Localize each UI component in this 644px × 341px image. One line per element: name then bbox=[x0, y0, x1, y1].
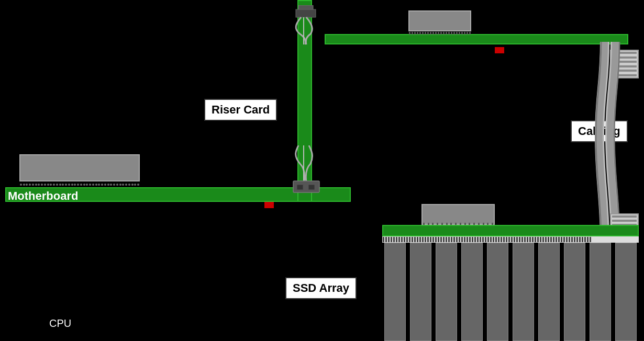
svg-rect-3 bbox=[297, 185, 303, 190]
ssd-drive-7 bbox=[538, 243, 560, 341]
riser-connector-top-svg bbox=[285, 5, 327, 47]
ssd-drive-8 bbox=[564, 243, 585, 341]
svg-rect-4 bbox=[308, 185, 315, 190]
ssd-pins-row bbox=[382, 236, 639, 243]
motherboard-label: Motherboard bbox=[8, 189, 78, 203]
red-indicator-motherboard bbox=[264, 202, 274, 208]
retimer-pins bbox=[408, 31, 471, 35]
ssd-drive-3 bbox=[436, 243, 457, 341]
cable-svg bbox=[524, 42, 628, 241]
ssd-drives bbox=[382, 243, 639, 341]
riser-connector-bottom-svg bbox=[285, 145, 327, 195]
ssd-array-label: SSD Array bbox=[285, 277, 357, 299]
hba-board bbox=[382, 225, 639, 236]
retimer-chip: RETIMER bbox=[408, 10, 471, 31]
cpu-pins bbox=[19, 182, 140, 187]
diagram-container: Motherboard CPU Riser Card RETIMER bbox=[0, 0, 644, 341]
svg-rect-1 bbox=[296, 9, 316, 17]
ssd-drive-10 bbox=[615, 243, 637, 341]
ssd-drive-4 bbox=[461, 243, 483, 341]
ssd-drive-2 bbox=[410, 243, 431, 341]
ssd-drive-5 bbox=[487, 243, 508, 341]
red-indicator-retimer bbox=[495, 47, 504, 53]
cpu-chip: CPU bbox=[19, 154, 140, 181]
cpu-label: CPU bbox=[49, 317, 71, 329]
ssd-drive-9 bbox=[590, 243, 611, 341]
ssd-drive-1 bbox=[384, 243, 406, 341]
riser-card-label: Riser Card bbox=[204, 99, 277, 121]
ssd-drive-6 bbox=[513, 243, 534, 341]
hba-chip: HBA bbox=[421, 204, 495, 225]
